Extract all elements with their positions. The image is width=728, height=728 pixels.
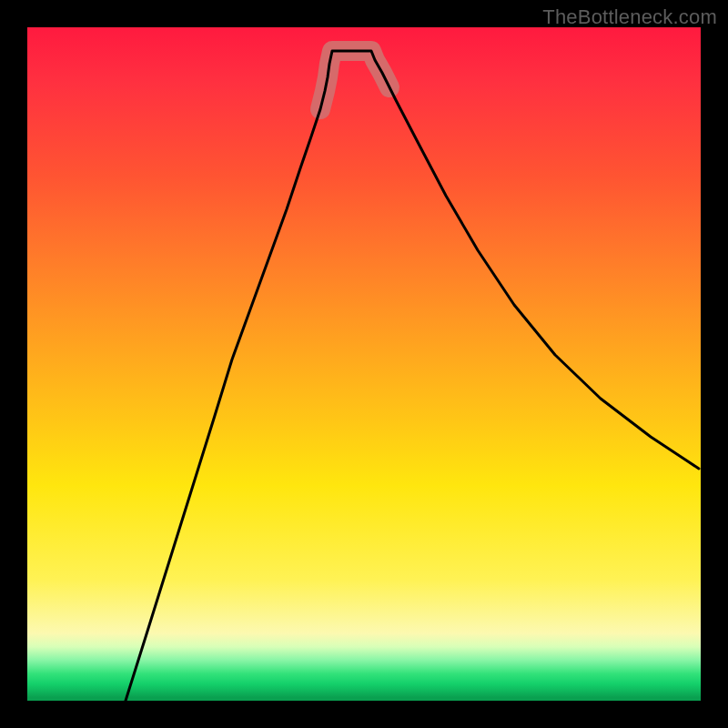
chart-svg [27,27,701,701]
chart-stage: TheBottleneck.com [0,0,728,728]
chart-series-curve-main [126,51,699,701]
chart-plot-area [27,27,701,701]
watermark-text: TheBottleneck.com [542,5,717,29]
